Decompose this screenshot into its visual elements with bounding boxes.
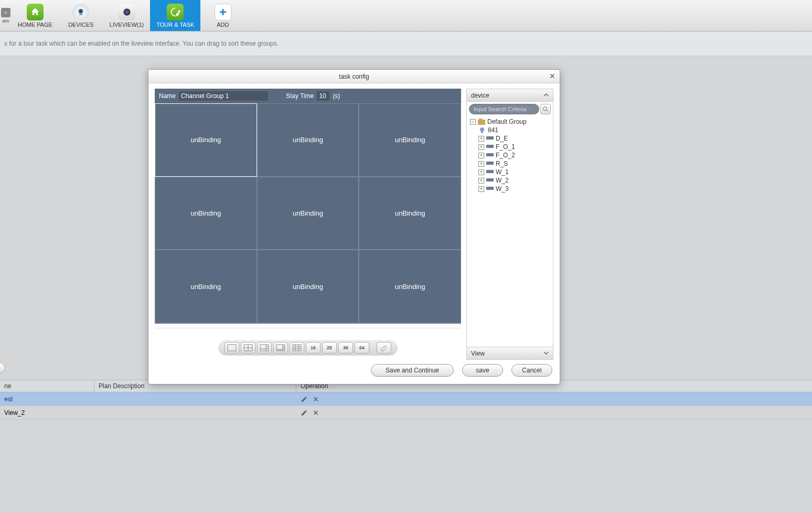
task-config-dialog: task config ✕ Name Stay Time (s) unBindi… xyxy=(148,69,560,384)
grid-cell[interactable]: unBinding xyxy=(359,103,461,177)
tree-root-label: Default Group xyxy=(487,118,527,125)
stay-time-unit: (s) xyxy=(333,92,340,100)
expand-icon[interactable]: + xyxy=(478,161,484,167)
tab-add[interactable]: ADD xyxy=(200,0,245,31)
tab-system[interactable]: o em xyxy=(0,0,12,31)
layout-1-icon[interactable] xyxy=(225,342,239,354)
nvr-icon xyxy=(486,152,494,158)
grid-cell[interactable]: unBinding xyxy=(359,177,461,250)
nvr-icon xyxy=(486,177,494,184)
liveview-icon xyxy=(119,4,135,20)
stay-time-label: Stay Time xyxy=(286,92,314,100)
table-row[interactable]: est xyxy=(0,392,812,406)
svg-point-5 xyxy=(176,13,179,15)
table-row[interactable]: View_2 xyxy=(0,406,812,420)
tree-camera[interactable]: 841 xyxy=(469,126,551,134)
close-icon[interactable]: ✕ xyxy=(549,72,555,80)
layout-16-button[interactable]: 16 xyxy=(306,342,320,354)
edit-icon[interactable] xyxy=(301,409,308,416)
tree-node[interactable]: +W_3 xyxy=(469,185,551,193)
chevron-up-icon xyxy=(543,92,549,99)
device-panel: device − Default Group 841 xyxy=(466,89,553,360)
svg-line-29 xyxy=(547,110,548,112)
grid-cell[interactable]: unBinding xyxy=(257,250,359,323)
collapse-icon[interactable]: − xyxy=(470,119,476,125)
tree-node[interactable]: +F_O_1 xyxy=(469,143,551,151)
svg-rect-33 xyxy=(481,132,483,133)
device-tree: − Default Group 841 +D_E +F_O_1 +F_O_2 +… xyxy=(467,116,553,347)
svg-point-4 xyxy=(125,10,129,14)
layout-64-button[interactable]: 64 xyxy=(355,342,369,354)
tree-node[interactable]: +D_E xyxy=(469,134,551,143)
dialog-titlebar[interactable]: task config ✕ xyxy=(148,70,560,83)
tree-node[interactable]: +W_2 xyxy=(469,176,551,185)
expand-icon[interactable]: + xyxy=(478,186,484,192)
tour-task-icon xyxy=(167,4,184,20)
layout-6-icon[interactable] xyxy=(257,342,272,354)
chevron-down-icon xyxy=(543,350,549,357)
group-icon xyxy=(478,119,485,125)
save-continue-button[interactable]: Save and Continue xyxy=(371,364,454,377)
delete-icon[interactable] xyxy=(312,396,319,403)
svg-rect-39 xyxy=(486,178,494,181)
name-label: Name xyxy=(159,92,176,100)
device-panel-header[interactable]: device xyxy=(467,89,553,102)
home-icon xyxy=(27,4,44,20)
tab-liveview[interactable]: LIVEVIEW(1) xyxy=(103,0,150,31)
tab-add-label: ADD xyxy=(217,22,229,28)
stay-time-input[interactable] xyxy=(317,91,329,101)
tree-node[interactable]: +R_S xyxy=(469,159,551,168)
name-input[interactable] xyxy=(179,91,268,101)
view-footer-label: View xyxy=(471,350,485,357)
grid-cell[interactable]: unBinding xyxy=(257,177,359,250)
grid-cell[interactable]: unBinding xyxy=(155,250,257,323)
expand-icon[interactable]: + xyxy=(478,136,484,142)
edit-icon[interactable] xyxy=(301,396,308,403)
config-bar: Name Stay Time (s) xyxy=(155,89,461,103)
col-name[interactable]: ne xyxy=(0,380,94,392)
nvr-icon xyxy=(486,186,494,192)
tab-tour-task-label: TOUR & TASK xyxy=(156,22,194,28)
view-panel-header[interactable]: View xyxy=(467,347,553,359)
svg-point-28 xyxy=(543,107,547,111)
tab-tour-task[interactable]: TOUR & TASK xyxy=(150,0,200,31)
layout-4-icon[interactable] xyxy=(241,342,255,354)
add-icon xyxy=(215,4,231,20)
tree-camera-label: 841 xyxy=(488,126,498,134)
expand-icon[interactable]: + xyxy=(478,178,484,184)
layout-25-button[interactable]: 25 xyxy=(322,342,337,354)
tab-home[interactable]: HOME PAGE xyxy=(12,0,59,31)
tab-devices-label: DEVICES xyxy=(68,22,93,28)
tab-liveview-label: LIVEVIEW(1) xyxy=(110,22,144,28)
grid-cell[interactable]: unBinding xyxy=(359,250,461,323)
save-button[interactable]: save xyxy=(462,364,503,377)
search-input[interactable] xyxy=(469,104,539,114)
tree-node[interactable]: +F_O_2 xyxy=(469,151,551,159)
svg-rect-36 xyxy=(486,153,494,156)
layout-36-button[interactable]: 36 xyxy=(338,342,353,354)
tree-node[interactable]: +W_1 xyxy=(469,168,551,176)
tab-devices[interactable]: DEVICES xyxy=(59,0,103,31)
row-name: View_2 xyxy=(0,409,94,416)
svg-point-32 xyxy=(480,127,484,132)
svg-rect-34 xyxy=(486,136,494,140)
svg-point-1 xyxy=(80,10,82,13)
svg-rect-38 xyxy=(486,170,494,173)
search-icon[interactable] xyxy=(540,104,551,114)
expand-icon[interactable]: + xyxy=(478,144,484,150)
layout-custom-icon[interactable] xyxy=(377,342,391,354)
grid-cell[interactable]: unBinding xyxy=(155,103,257,177)
dialog-title-text: task config xyxy=(339,73,369,80)
cancel-button[interactable]: Cancel xyxy=(511,364,552,377)
svg-rect-12 xyxy=(260,345,269,351)
grid-cell[interactable]: unBinding xyxy=(257,103,359,177)
tree-root[interactable]: − Default Group xyxy=(469,117,551,126)
expand-icon[interactable]: + xyxy=(478,153,484,158)
expand-icon[interactable]: + xyxy=(478,169,484,175)
devices-icon xyxy=(72,4,89,20)
delete-icon[interactable] xyxy=(312,409,319,416)
layout-9-icon[interactable] xyxy=(290,342,304,354)
nvr-icon xyxy=(486,135,494,142)
layout-8-icon[interactable] xyxy=(273,342,288,354)
grid-cell[interactable]: unBinding xyxy=(155,177,257,250)
